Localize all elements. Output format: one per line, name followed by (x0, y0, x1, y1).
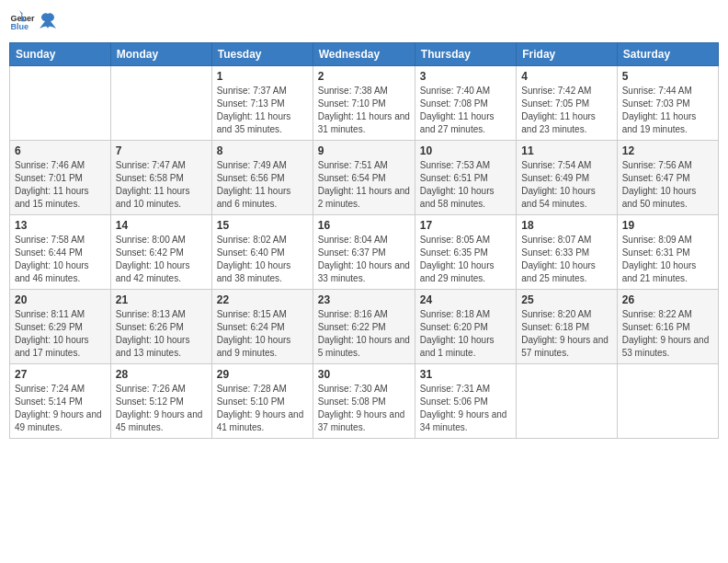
day-info: Sunrise: 8:13 AM Sunset: 6:26 PM Dayligh… (116, 308, 207, 360)
calendar-cell: 26Sunrise: 8:22 AM Sunset: 6:16 PM Dayli… (617, 290, 718, 364)
day-info: Sunrise: 7:42 AM Sunset: 7:05 PM Dayligh… (521, 85, 611, 136)
calendar-cell: 4Sunrise: 7:42 AM Sunset: 7:05 PM Daylig… (517, 66, 617, 141)
day-number: 27 (15, 368, 106, 381)
day-number: 15 (217, 219, 308, 232)
calendar-cell: 5Sunrise: 7:44 AM Sunset: 7:03 PM Daylig… (617, 66, 718, 141)
calendar-cell: 21Sunrise: 8:13 AM Sunset: 6:26 PM Dayli… (110, 290, 211, 364)
calendar-day-header: Saturday (617, 43, 718, 66)
logo-icon: General Blue (9, 9, 35, 35)
day-number: 2 (318, 70, 410, 83)
calendar-cell: 19Sunrise: 8:09 AM Sunset: 6:31 PM Dayli… (617, 215, 718, 290)
day-info: Sunrise: 7:47 AM Sunset: 6:58 PM Dayligh… (116, 159, 207, 211)
calendar-day-header: Thursday (415, 43, 516, 66)
day-info: Sunrise: 8:04 AM Sunset: 6:37 PM Dayligh… (318, 234, 410, 285)
calendar-day-header: Monday (110, 43, 211, 66)
day-number: 30 (318, 368, 410, 381)
calendar-cell: 1Sunrise: 7:37 AM Sunset: 7:13 PM Daylig… (211, 66, 313, 141)
calendar-day-header: Friday (517, 43, 617, 66)
day-info: Sunrise: 8:22 AM Sunset: 6:16 PM Dayligh… (622, 308, 713, 360)
day-number: 28 (116, 368, 207, 381)
calendar-cell: 28Sunrise: 7:26 AM Sunset: 5:12 PM Dayli… (110, 364, 211, 439)
day-info: Sunrise: 7:51 AM Sunset: 6:54 PM Dayligh… (318, 159, 410, 211)
calendar-cell: 27Sunrise: 7:24 AM Sunset: 5:14 PM Dayli… (10, 364, 111, 439)
day-info: Sunrise: 7:37 AM Sunset: 7:13 PM Dayligh… (217, 85, 308, 136)
day-info: Sunrise: 7:44 AM Sunset: 7:03 PM Dayligh… (622, 85, 713, 136)
day-info: Sunrise: 7:31 AM Sunset: 5:06 PM Dayligh… (420, 383, 511, 434)
day-number: 31 (420, 368, 511, 381)
calendar-cell: 8Sunrise: 7:49 AM Sunset: 6:56 PM Daylig… (211, 141, 313, 215)
day-info: Sunrise: 7:26 AM Sunset: 5:12 PM Dayligh… (116, 383, 207, 434)
calendar-cell: 3Sunrise: 7:40 AM Sunset: 7:08 PM Daylig… (415, 66, 516, 141)
calendar-cell: 13Sunrise: 7:58 AM Sunset: 6:44 PM Dayli… (10, 215, 111, 290)
calendar-cell: 29Sunrise: 7:28 AM Sunset: 5:10 PM Dayli… (211, 364, 313, 439)
day-number: 18 (521, 219, 611, 232)
day-number: 21 (116, 293, 207, 306)
calendar-week-row: 27Sunrise: 7:24 AM Sunset: 5:14 PM Dayli… (10, 364, 719, 439)
day-number: 23 (318, 293, 410, 306)
day-number: 10 (420, 144, 511, 157)
day-info: Sunrise: 7:54 AM Sunset: 6:49 PM Dayligh… (521, 159, 611, 211)
day-info: Sunrise: 7:53 AM Sunset: 6:51 PM Dayligh… (420, 159, 511, 211)
day-number: 4 (521, 70, 611, 83)
calendar-cell: 9Sunrise: 7:51 AM Sunset: 6:54 PM Daylig… (313, 141, 415, 215)
day-info: Sunrise: 7:49 AM Sunset: 6:56 PM Dayligh… (217, 159, 308, 211)
day-info: Sunrise: 8:11 AM Sunset: 6:29 PM Dayligh… (15, 308, 106, 360)
calendar-week-row: 13Sunrise: 7:58 AM Sunset: 6:44 PM Dayli… (10, 215, 719, 290)
day-info: Sunrise: 8:05 AM Sunset: 6:35 PM Dayligh… (420, 234, 511, 285)
calendar-cell: 24Sunrise: 8:18 AM Sunset: 6:20 PM Dayli… (415, 290, 516, 364)
calendar-cell (110, 66, 211, 141)
calendar-day-header: Tuesday (211, 43, 313, 66)
day-info: Sunrise: 8:20 AM Sunset: 6:18 PM Dayligh… (521, 308, 611, 360)
calendar-cell (517, 364, 617, 439)
svg-text:Blue: Blue (10, 22, 28, 31)
calendar-cell: 6Sunrise: 7:46 AM Sunset: 7:01 PM Daylig… (10, 141, 111, 215)
calendar-week-row: 20Sunrise: 8:11 AM Sunset: 6:29 PM Dayli… (10, 290, 719, 364)
day-info: Sunrise: 7:46 AM Sunset: 7:01 PM Dayligh… (15, 159, 106, 211)
calendar-cell: 18Sunrise: 8:07 AM Sunset: 6:33 PM Dayli… (517, 215, 617, 290)
calendar-cell: 23Sunrise: 8:16 AM Sunset: 6:22 PM Dayli… (313, 290, 415, 364)
calendar-cell: 17Sunrise: 8:05 AM Sunset: 6:35 PM Dayli… (415, 215, 516, 290)
day-number: 14 (116, 219, 207, 232)
calendar-cell: 14Sunrise: 8:00 AM Sunset: 6:42 PM Dayli… (110, 215, 211, 290)
day-number: 8 (217, 144, 308, 157)
calendar-table: SundayMondayTuesdayWednesdayThursdayFrid… (9, 42, 719, 439)
calendar-cell: 20Sunrise: 8:11 AM Sunset: 6:29 PM Dayli… (10, 290, 111, 364)
calendar-cell: 15Sunrise: 8:02 AM Sunset: 6:40 PM Dayli… (211, 215, 313, 290)
calendar-cell (10, 66, 111, 141)
day-number: 22 (217, 293, 308, 306)
day-number: 1 (217, 70, 308, 83)
day-number: 5 (622, 70, 713, 83)
calendar-cell (617, 364, 718, 439)
day-number: 24 (420, 293, 511, 306)
day-info: Sunrise: 8:18 AM Sunset: 6:20 PM Dayligh… (420, 308, 511, 360)
day-info: Sunrise: 7:28 AM Sunset: 5:10 PM Dayligh… (217, 383, 308, 434)
day-number: 12 (622, 144, 713, 157)
day-number: 16 (318, 219, 410, 232)
calendar-day-header: Sunday (10, 43, 111, 66)
calendar-cell: 7Sunrise: 7:47 AM Sunset: 6:58 PM Daylig… (110, 141, 211, 215)
day-number: 9 (318, 144, 410, 157)
calendar-cell: 25Sunrise: 8:20 AM Sunset: 6:18 PM Dayli… (517, 290, 617, 364)
day-info: Sunrise: 7:30 AM Sunset: 5:08 PM Dayligh… (318, 383, 410, 434)
day-info: Sunrise: 8:16 AM Sunset: 6:22 PM Dayligh… (318, 308, 410, 360)
page-header: General Blue (9, 9, 719, 35)
calendar-cell: 11Sunrise: 7:54 AM Sunset: 6:49 PM Dayli… (517, 141, 617, 215)
day-number: 25 (521, 293, 611, 306)
day-number: 7 (116, 144, 207, 157)
day-info: Sunrise: 7:40 AM Sunset: 7:08 PM Dayligh… (420, 85, 511, 136)
calendar-week-row: 1Sunrise: 7:37 AM Sunset: 7:13 PM Daylig… (10, 66, 719, 141)
calendar-header-row: SundayMondayTuesdayWednesdayThursdayFrid… (10, 43, 719, 66)
day-number: 19 (622, 219, 713, 232)
day-number: 3 (420, 70, 511, 83)
day-number: 29 (217, 368, 308, 381)
calendar-cell: 31Sunrise: 7:31 AM Sunset: 5:06 PM Dayli… (415, 364, 516, 439)
calendar-cell: 30Sunrise: 7:30 AM Sunset: 5:08 PM Dayli… (313, 364, 415, 439)
day-number: 26 (622, 293, 713, 306)
calendar-cell: 10Sunrise: 7:53 AM Sunset: 6:51 PM Dayli… (415, 141, 516, 215)
day-number: 17 (420, 219, 511, 232)
day-number: 20 (15, 293, 106, 306)
day-info: Sunrise: 7:56 AM Sunset: 6:47 PM Dayligh… (622, 159, 713, 211)
calendar-cell: 12Sunrise: 7:56 AM Sunset: 6:47 PM Dayli… (617, 141, 718, 215)
day-info: Sunrise: 8:09 AM Sunset: 6:31 PM Dayligh… (622, 234, 713, 285)
calendar-day-header: Wednesday (313, 43, 415, 66)
